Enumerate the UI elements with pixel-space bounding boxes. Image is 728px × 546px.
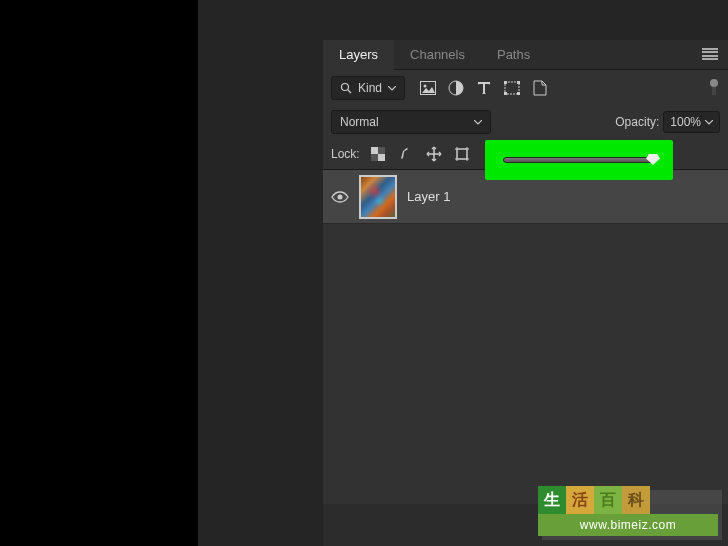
lock-position-icon[interactable] bbox=[426, 146, 442, 162]
search-icon bbox=[340, 82, 352, 94]
filter-pixel-icon[interactable] bbox=[419, 79, 437, 97]
svg-rect-6 bbox=[504, 81, 507, 84]
layer-filter-row: Kind bbox=[323, 70, 728, 106]
watermark-char: 科 bbox=[622, 486, 650, 514]
layer-thumbnail[interactable] bbox=[359, 175, 397, 219]
visibility-toggle[interactable] bbox=[331, 188, 349, 206]
opacity-value: 100% bbox=[670, 115, 701, 129]
filter-adjustment-icon[interactable] bbox=[447, 79, 465, 97]
chevron-down-icon bbox=[474, 120, 482, 125]
opacity-label: Opacity: bbox=[615, 115, 659, 129]
opacity-group: Opacity: 100% bbox=[615, 111, 720, 133]
lock-artboard-icon[interactable] bbox=[454, 146, 470, 162]
layer-name[interactable]: Layer 1 bbox=[407, 189, 450, 204]
watermark-char: 生 bbox=[538, 486, 566, 514]
layers-panel: Layers Channels Paths Kind bbox=[323, 0, 728, 546]
watermark-char: 活 bbox=[566, 486, 594, 514]
svg-rect-13 bbox=[371, 154, 378, 161]
lock-pixels-icon[interactable] bbox=[398, 146, 414, 162]
fill-slider[interactable] bbox=[503, 157, 655, 163]
filter-kind-label: Kind bbox=[358, 81, 382, 95]
watermark-url: www.bimeiz.com bbox=[538, 514, 718, 536]
layers-empty-area bbox=[323, 224, 728, 504]
canvas-area bbox=[198, 0, 323, 546]
svg-point-3 bbox=[424, 85, 427, 88]
filter-shape-icon[interactable] bbox=[503, 79, 521, 97]
svg-rect-12 bbox=[378, 147, 385, 154]
svg-rect-14 bbox=[457, 149, 467, 159]
svg-line-1 bbox=[348, 90, 351, 93]
svg-rect-5 bbox=[505, 82, 519, 94]
filter-type-icon[interactable] bbox=[475, 79, 493, 97]
filter-smartobject-icon[interactable] bbox=[531, 79, 549, 97]
svg-point-19 bbox=[338, 194, 343, 199]
svg-rect-10 bbox=[371, 147, 378, 154]
tab-paths[interactable]: Paths bbox=[481, 40, 546, 70]
blend-mode-value: Normal bbox=[340, 115, 379, 129]
watermark: 生 活 百 科 www.bimeiz.com bbox=[538, 486, 718, 536]
lock-transparency-icon[interactable] bbox=[370, 146, 386, 162]
filter-kind-dropdown[interactable]: Kind bbox=[331, 76, 405, 100]
watermark-char: 百 bbox=[594, 486, 622, 514]
eye-icon bbox=[331, 191, 349, 203]
watermark-logo: 生 活 百 科 bbox=[538, 486, 718, 514]
chevron-down-icon bbox=[388, 86, 396, 91]
svg-rect-9 bbox=[517, 92, 520, 95]
fill-slider-highlight bbox=[485, 140, 673, 180]
lock-label: Lock: bbox=[331, 147, 360, 161]
svg-rect-11 bbox=[378, 154, 385, 161]
chevron-down-icon bbox=[705, 120, 713, 125]
opacity-input[interactable]: 100% bbox=[663, 111, 720, 133]
blend-mode-row: Normal Opacity: 100% bbox=[323, 106, 728, 138]
svg-rect-7 bbox=[517, 81, 520, 84]
filter-type-icons bbox=[419, 79, 549, 97]
tab-channels[interactable]: Channels bbox=[394, 40, 481, 70]
panel-tabs: Layers Channels Paths bbox=[323, 40, 728, 70]
fill-slider-thumb[interactable] bbox=[646, 154, 660, 165]
svg-point-0 bbox=[342, 84, 349, 91]
panel-menu-icon[interactable] bbox=[702, 48, 718, 60]
panel-spacer bbox=[323, 0, 728, 40]
svg-rect-8 bbox=[504, 92, 507, 95]
lock-icons bbox=[370, 146, 470, 162]
tab-layers[interactable]: Layers bbox=[323, 40, 394, 70]
blend-mode-dropdown[interactable]: Normal bbox=[331, 110, 491, 134]
filter-toggle-switch[interactable] bbox=[708, 79, 720, 97]
